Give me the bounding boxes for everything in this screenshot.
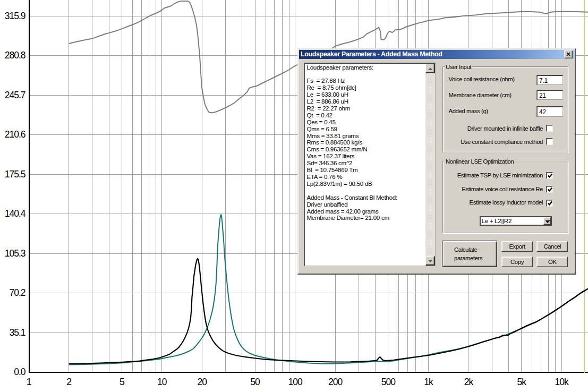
svg-text:105.3: 105.3 (5, 248, 25, 259)
svg-text:315.9: 315.9 (5, 11, 25, 21)
svg-text:2: 2 (66, 377, 71, 387)
svg-text:10: 10 (157, 377, 167, 387)
svg-text:5k: 5k (517, 377, 526, 387)
svg-text:0.0: 0.0 (14, 367, 26, 377)
svg-text:1k: 1k (424, 377, 433, 387)
svg-text:100: 100 (288, 377, 302, 387)
svg-text:140.4: 140.4 (5, 208, 26, 219)
svg-text:245.7: 245.7 (5, 90, 25, 100)
svg-text:5: 5 (120, 377, 124, 387)
svg-text:500: 500 (381, 377, 396, 387)
svg-text:175.5: 175.5 (5, 169, 25, 180)
svg-text:70.2: 70.2 (9, 287, 25, 298)
svg-text:10k: 10k (555, 377, 569, 387)
svg-text:210.6: 210.6 (5, 129, 25, 140)
svg-text:2k: 2k (464, 377, 474, 387)
svg-text:50: 50 (250, 377, 260, 387)
svg-text:20: 20 (198, 377, 208, 387)
svg-text:1: 1 (27, 377, 31, 387)
svg-text:35.1: 35.1 (9, 327, 25, 338)
svg-text:280.8: 280.8 (5, 50, 25, 61)
svg-text:200: 200 (328, 377, 343, 387)
